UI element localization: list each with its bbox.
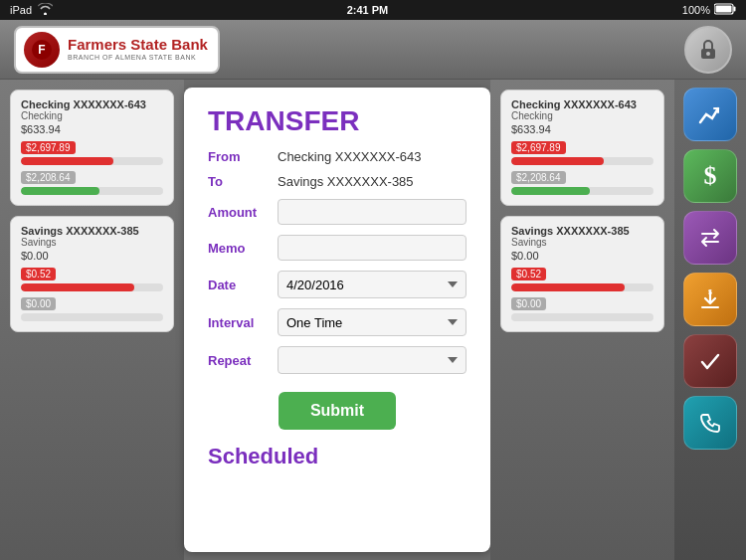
- form-row-from: From Checking XXXXXXX-643: [208, 149, 466, 164]
- right-savings-type: Savings: [511, 237, 653, 248]
- left-savings-type: Savings: [21, 237, 163, 248]
- bank-logo-icon: F: [24, 32, 60, 68]
- battery-icon: [714, 3, 736, 17]
- to-label: To: [208, 174, 278, 189]
- right-savings-green-bar: [511, 313, 653, 321]
- dollar-icon-button[interactable]: $: [683, 149, 737, 203]
- ipad-label: iPad: [10, 4, 32, 16]
- left-savings-balance: $0.00: [21, 250, 163, 262]
- chart-icon-button[interactable]: [683, 88, 737, 141]
- left-checking-card[interactable]: Checking XXXXXXX-643 Checking $633.94 $2…: [10, 90, 174, 206]
- right-checking-name: Checking XXXXXXX-643: [511, 98, 653, 110]
- form-row-interval[interactable]: Interval One Time Weekly Monthly: [208, 308, 466, 336]
- submit-button[interactable]: Submit: [279, 392, 396, 430]
- amount-input[interactable]: [278, 199, 466, 225]
- right-savings-name: Savings XXXXXXX-385: [511, 225, 653, 237]
- header: F Farmers State Bank BRANCH OF ALMENA ST…: [0, 20, 746, 80]
- svg-text:$: $: [708, 288, 712, 296]
- left-checking-red-bar: [21, 157, 163, 165]
- left-savings-name: Savings XXXXXXX-385: [21, 225, 163, 237]
- left-savings-red-bar: [21, 283, 163, 291]
- memo-label: Memo: [208, 241, 278, 256]
- right-checking-red-progress: [511, 157, 604, 165]
- repeat-select[interactable]: [278, 346, 466, 374]
- header-lock-button[interactable]: [684, 26, 732, 74]
- form-row-date[interactable]: Date 4/20/2016: [208, 271, 466, 298]
- left-checking-name: Checking XXXXXXX-643: [21, 98, 163, 110]
- icon-panel: $ $: [674, 80, 746, 560]
- date-select[interactable]: 4/20/2016: [278, 271, 466, 298]
- battery-label: 100%: [682, 4, 710, 16]
- bank-sub: BRANCH OF ALMENA STATE BANK: [68, 54, 208, 62]
- right-checking-balance: $633.94: [511, 123, 653, 135]
- transfer-panel: TRANSFER From Checking XXXXXXX-643 To Sa…: [184, 88, 490, 552]
- main-content: Checking XXXXXXX-643 Checking $633.94 $2…: [0, 80, 746, 560]
- form-row-repeat[interactable]: Repeat: [208, 346, 466, 374]
- left-savings-card[interactable]: Savings XXXXXXX-385 Savings $0.00 $0.52 …: [10, 216, 174, 332]
- status-time: 2:41 PM: [347, 4, 389, 16]
- form-row-amount[interactable]: Amount: [208, 199, 466, 225]
- right-savings-red-bar: [511, 283, 653, 291]
- form-row-memo[interactable]: Memo: [208, 235, 466, 261]
- right-checking-card[interactable]: Checking XXXXXXX-643 Checking $633.94 $2…: [500, 90, 664, 206]
- right-checking-type: Checking: [511, 110, 653, 121]
- memo-input[interactable]: [278, 235, 466, 261]
- svg-rect-2: [716, 6, 732, 13]
- right-savings-red-progress: [511, 283, 625, 291]
- from-label: From: [208, 149, 278, 164]
- repeat-label: Repeat: [208, 353, 278, 368]
- status-left: iPad: [10, 3, 53, 17]
- to-value: Savings XXXXXXX-385: [278, 174, 414, 189]
- bank-logo: F Farmers State Bank BRANCH OF ALMENA ST…: [14, 26, 220, 74]
- left-checking-balance: $633.94: [21, 123, 163, 135]
- left-panel: Checking XXXXXXX-643 Checking $633.94 $2…: [0, 80, 184, 560]
- right-checking-red-bar: [511, 157, 653, 165]
- phone-icon-button[interactable]: [683, 396, 737, 450]
- interval-select[interactable]: One Time Weekly Monthly: [278, 308, 466, 336]
- download-dollar-icon-button[interactable]: $: [683, 273, 737, 326]
- left-checking-green-amount: $2,208.64: [21, 171, 76, 184]
- transfer-title: TRANSFER: [208, 105, 466, 137]
- svg-text:F: F: [38, 43, 45, 57]
- interval-label: Interval: [208, 315, 278, 330]
- left-savings-red-amount: $0.52: [21, 268, 56, 280]
- right-savings-card[interactable]: Savings XXXXXXX-385 Savings $0.00 $0.52 …: [500, 216, 664, 332]
- right-checking-green-amount: $2,208.64: [511, 171, 566, 184]
- svg-point-6: [706, 52, 710, 56]
- from-value: Checking XXXXXXX-643: [278, 149, 422, 164]
- right-checking-green-progress: [511, 187, 590, 195]
- checkmark-icon-button[interactable]: [683, 334, 737, 388]
- status-bar: iPad 2:41 PM 100%: [0, 0, 746, 20]
- svg-rect-1: [734, 7, 736, 12]
- right-checking-green-bar: [511, 187, 653, 195]
- left-checking-type: Checking: [21, 110, 163, 121]
- left-checking-red-progress: [21, 157, 113, 165]
- form-row-to: To Savings XXXXXXX-385: [208, 174, 466, 189]
- left-checking-green-bar: [21, 187, 163, 195]
- right-savings-green-amount: $0.00: [511, 297, 546, 310]
- status-right: 100%: [682, 3, 736, 17]
- left-checking-green-progress: [21, 187, 99, 195]
- left-savings-red-progress: [21, 283, 134, 291]
- left-savings-green-amount: $0.00: [21, 297, 56, 310]
- right-savings-balance: $0.00: [511, 250, 653, 262]
- bank-name: Farmers State Bank: [68, 37, 208, 54]
- right-savings-red-amount: $0.52: [511, 268, 546, 280]
- wifi-icon: [38, 3, 53, 17]
- amount-label: Amount: [208, 205, 278, 220]
- right-checking-red-amount: $2,697.89: [511, 141, 566, 154]
- left-savings-green-bar: [21, 313, 163, 321]
- date-label: Date: [208, 278, 278, 292]
- right-panel: Checking XXXXXXX-643 Checking $633.94 $2…: [490, 80, 674, 560]
- bank-logo-text: Farmers State Bank BRANCH OF ALMENA STAT…: [68, 37, 208, 61]
- scheduled-title: Scheduled: [208, 444, 466, 469]
- left-checking-red-amount: $2,697.89: [21, 141, 76, 154]
- transfer-arrows-icon-button[interactable]: [683, 211, 737, 265]
